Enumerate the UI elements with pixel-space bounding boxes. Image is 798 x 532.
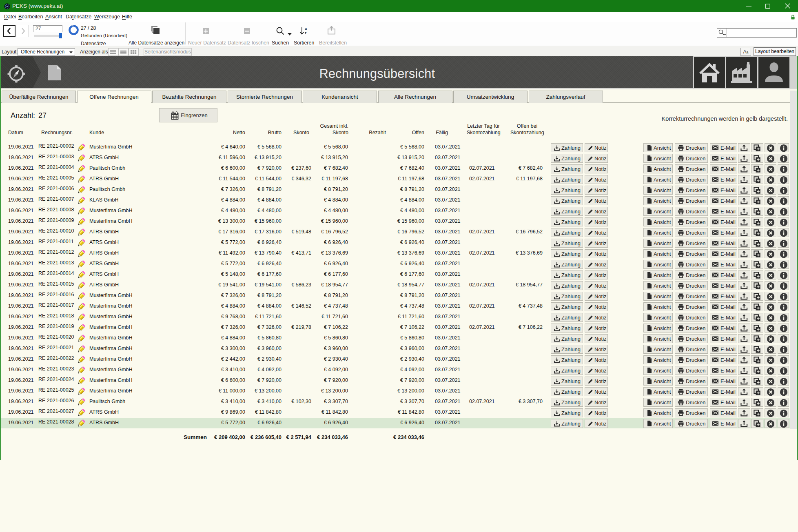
svg-text:a: a [305,27,307,31]
svg-text:z: z [305,31,307,35]
